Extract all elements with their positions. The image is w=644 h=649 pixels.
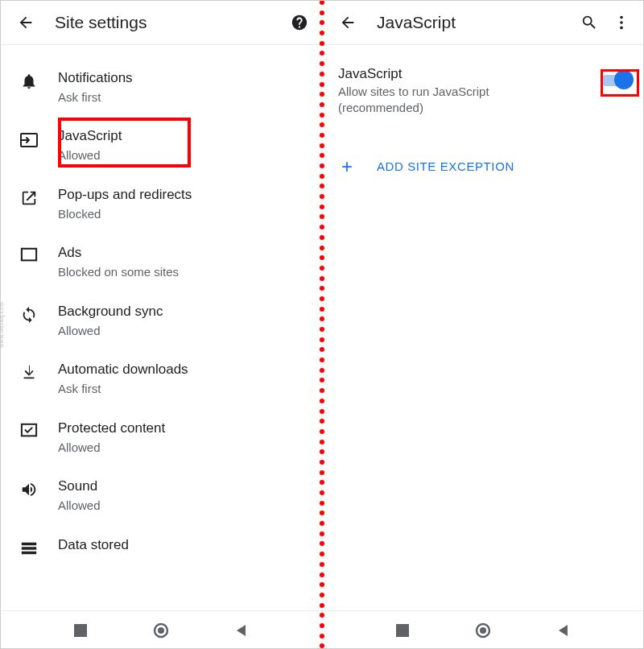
storage-icon — [20, 539, 38, 557]
nav-home-button[interactable] — [145, 614, 177, 647]
row-subtitle: Blocked — [58, 206, 309, 222]
search-icon — [580, 14, 598, 31]
row-title: Background sync — [58, 303, 309, 321]
add-exception-label: ADD SITE EXCEPTION — [377, 159, 514, 173]
row-subtitle: Allowed — [58, 440, 309, 456]
square-icon — [396, 624, 409, 637]
row-title: Notifications — [58, 69, 309, 88]
row-subtitle: Ask first — [58, 381, 309, 397]
bell-icon — [20, 72, 38, 90]
row-subtitle: Blocked on some sites — [58, 264, 309, 280]
nav-recent-button[interactable] — [64, 614, 97, 647]
row-automatic-downloads[interactable]: Automatic downloads Ask first — [0, 349, 322, 407]
javascript-toggle-row[interactable]: JavaScript Allow sites to run JavaScript… — [322, 60, 644, 130]
settings-list: Notifications Ask first JavaScript Allow… — [0, 45, 322, 610]
sound-icon — [20, 481, 38, 498]
nav-back-button[interactable] — [225, 614, 258, 647]
download-icon — [20, 364, 38, 382]
setting-subtitle-1: Allow sites to run JavaScript — [338, 84, 601, 100]
check-rect-icon — [20, 423, 38, 439]
row-title: Pop-ups and redirects — [58, 186, 309, 205]
row-data-stored[interactable]: Data stored — [0, 525, 322, 568]
row-popups[interactable]: Pop-ups and redirects Blocked — [0, 175, 322, 233]
setting-title: JavaScript — [338, 66, 601, 82]
sync-icon — [20, 306, 38, 324]
back-arrow-icon — [339, 14, 357, 31]
triangle-back-icon — [234, 623, 249, 638]
row-protected-content[interactable]: Protected content Allowed — [0, 408, 322, 466]
android-navbar-right — [322, 610, 644, 649]
circle-icon — [475, 622, 491, 639]
row-javascript[interactable]: JavaScript Allowed — [0, 116, 322, 174]
page-title-right: JavaScript — [364, 13, 573, 32]
svg-rect-3 — [74, 624, 87, 637]
nav-recent-button[interactable] — [386, 614, 419, 647]
watermark: www.dexaq.com — [0, 301, 4, 347]
svg-point-11 — [480, 627, 486, 634]
svg-rect-9 — [396, 624, 409, 637]
row-notifications[interactable]: Notifications Ask first — [0, 58, 322, 116]
back-button[interactable] — [10, 6, 42, 39]
row-title: Data stored — [58, 536, 309, 555]
add-site-exception-button[interactable]: + ADD SITE EXCEPTION — [322, 143, 644, 191]
input-arrow-icon — [19, 130, 39, 150]
triangle-back-icon — [556, 623, 571, 638]
setting-subtitle-2: (recommended) — [338, 100, 601, 116]
page-title-left: Site settings — [42, 13, 283, 32]
row-title: Sound — [58, 477, 309, 496]
circle-icon — [153, 622, 169, 639]
overflow-menu-button[interactable] — [605, 6, 638, 39]
row-ads[interactable]: Ads Blocked on some sites — [0, 233, 322, 291]
search-button[interactable] — [573, 6, 605, 39]
svg-point-5 — [158, 627, 164, 634]
help-icon — [291, 14, 308, 31]
row-subtitle: Allowed — [58, 323, 309, 339]
javascript-toggle[interactable] — [601, 71, 631, 89]
nav-home-button[interactable] — [467, 614, 499, 647]
row-subtitle: Allowed — [58, 498, 309, 514]
svg-point-7 — [620, 21, 623, 24]
help-button[interactable] — [283, 6, 316, 39]
back-button[interactable] — [332, 6, 364, 39]
row-title: Ads — [58, 244, 309, 262]
row-subtitle: Ask first — [58, 89, 309, 105]
android-navbar-left — [0, 610, 322, 649]
javascript-panel: JavaScript JavaScript Allow sites to run… — [322, 0, 644, 649]
row-sound[interactable]: Sound Allowed — [0, 466, 322, 524]
row-title: JavaScript — [58, 127, 309, 146]
back-arrow-icon — [17, 14, 35, 31]
row-background-sync[interactable]: Background sync Allowed — [0, 291, 322, 349]
square-icon — [74, 624, 87, 637]
more-vert-icon — [613, 14, 630, 31]
row-subtitle: Allowed — [58, 147, 309, 163]
javascript-content: JavaScript Allow sites to run JavaScript… — [322, 45, 644, 191]
svg-point-6 — [620, 15, 623, 19]
rect-icon — [20, 247, 38, 263]
header-right: JavaScript — [322, 0, 644, 45]
header-left: Site settings — [0, 0, 322, 45]
site-settings-panel: Site settings Notifications Ask first — [0, 0, 322, 649]
plus-icon: + — [341, 155, 377, 178]
svg-rect-1 — [22, 249, 36, 261]
row-title: Protected content — [58, 420, 309, 438]
nav-back-button[interactable] — [547, 614, 580, 647]
toggle-thumb — [614, 70, 634, 89]
svg-point-8 — [620, 26, 623, 29]
open-new-icon — [20, 189, 38, 207]
row-title: Automatic downloads — [58, 361, 309, 379]
